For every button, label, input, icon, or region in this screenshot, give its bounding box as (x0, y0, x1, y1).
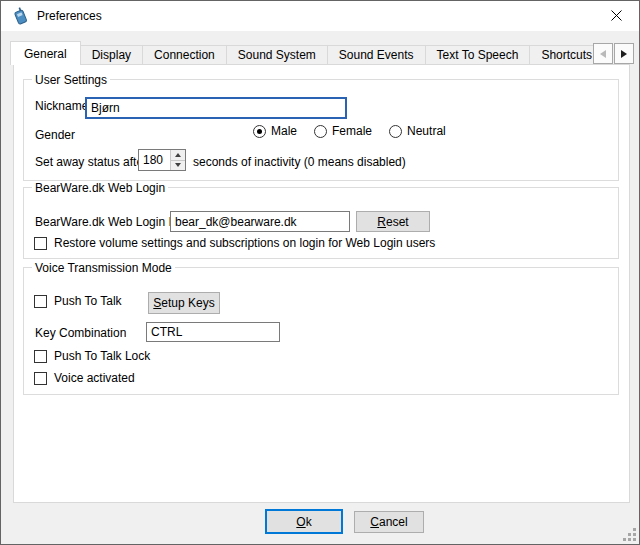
tab-general[interactable]: General (10, 41, 81, 65)
restore-volume-label: Restore volume settings and subscription… (54, 236, 435, 250)
gender-radio-neutral[interactable]: Neutral (389, 124, 446, 138)
user-settings-group-title: User Settings (32, 73, 110, 87)
web-login-id-label: BearWare.dk Web Login ID (35, 215, 180, 229)
titlebar: Preferences (1, 1, 639, 31)
push-to-talk-label: Push To Talk (54, 294, 122, 308)
gender-radio-female[interactable]: Female (314, 124, 372, 138)
tab-text-to-speech[interactable]: Text To Speech (425, 45, 531, 65)
nickname-label: Nickname (35, 99, 88, 113)
voice-transmission-group-title: Voice Transmission Mode (32, 261, 175, 275)
voice-activated-label: Voice activated (54, 371, 135, 385)
gender-radio-group: Male Female Neutral (253, 124, 446, 138)
reset-button[interactable]: Reset (356, 211, 430, 232)
window-title: Preferences (37, 9, 102, 23)
away-status-suffix-label: seconds of inactivity (0 means disabled) (193, 155, 406, 169)
tab-connection[interactable]: Connection (142, 45, 227, 65)
tab-shortcuts[interactable]: Shortcuts (529, 45, 593, 65)
key-combination-input[interactable] (146, 322, 280, 342)
tab-bar: General Display Connection Sound System … (10, 41, 593, 65)
web-login-group-title: BearWare.dk Web Login (32, 181, 168, 195)
close-button[interactable] (594, 1, 639, 30)
key-combination-label: Key Combination (35, 326, 126, 340)
gender-female-label: Female (332, 124, 372, 138)
triangle-down-icon (175, 163, 181, 167)
chevron-left-icon (600, 50, 606, 58)
close-icon (611, 10, 622, 21)
away-seconds-spinner[interactable]: 180 (138, 149, 186, 171)
tab-sound-system[interactable]: Sound System (226, 45, 328, 65)
chevron-right-icon (621, 50, 627, 58)
radio-icon (389, 125, 402, 138)
user-settings-group: User Settings Nickname Gender Male Femal… (23, 79, 619, 181)
web-login-id-input[interactable] (170, 211, 350, 232)
nickname-input[interactable] (85, 97, 347, 119)
push-to-talk-lock-label: Push To Talk Lock (54, 349, 150, 363)
voice-activated-checkbox[interactable]: ✔ Voice activated (34, 371, 135, 385)
tab-scroll-left-button[interactable] (593, 43, 613, 64)
checkbox-icon: ✔ (34, 350, 47, 363)
cancel-button[interactable]: Cancel (354, 511, 424, 533)
spinner-down-button[interactable] (171, 161, 185, 171)
resize-grip[interactable] (621, 526, 636, 541)
tab-scroll-right-button[interactable] (614, 43, 634, 64)
checkbox-icon: ✔ (34, 372, 47, 385)
push-to-talk-checkbox[interactable]: ✔ Push To Talk (34, 294, 122, 308)
teamtalk-app-icon (11, 7, 29, 25)
restore-volume-checkbox[interactable]: ✔ Restore volume settings and subscripti… (34, 236, 435, 250)
away-status-label: Set away status after (35, 155, 147, 169)
triangle-up-icon (175, 153, 181, 157)
spinner-up-button[interactable] (171, 150, 185, 161)
radio-icon (314, 125, 327, 138)
ok-button[interactable]: Ok (265, 509, 343, 534)
gender-radio-male[interactable]: Male (253, 124, 297, 138)
away-seconds-value: 180 (139, 150, 170, 170)
voice-transmission-group: Voice Transmission Mode ✔ Push To Talk S… (23, 267, 619, 395)
checkbox-icon: ✔ (34, 237, 47, 250)
tab-sound-events[interactable]: Sound Events (327, 45, 426, 65)
setup-keys-button[interactable]: Setup Keys (148, 292, 220, 314)
gender-neutral-label: Neutral (407, 124, 446, 138)
gender-label: Gender (35, 128, 75, 142)
tab-display[interactable]: Display (80, 45, 143, 65)
checkbox-icon: ✔ (34, 295, 47, 308)
radio-icon (253, 125, 266, 138)
preferences-dialog: Preferences General Display Connection S… (0, 0, 640, 545)
push-to-talk-lock-checkbox[interactable]: ✔ Push To Talk Lock (34, 349, 150, 363)
web-login-group: BearWare.dk Web Login BearWare.dk Web Lo… (23, 187, 619, 259)
gender-male-label: Male (271, 124, 297, 138)
